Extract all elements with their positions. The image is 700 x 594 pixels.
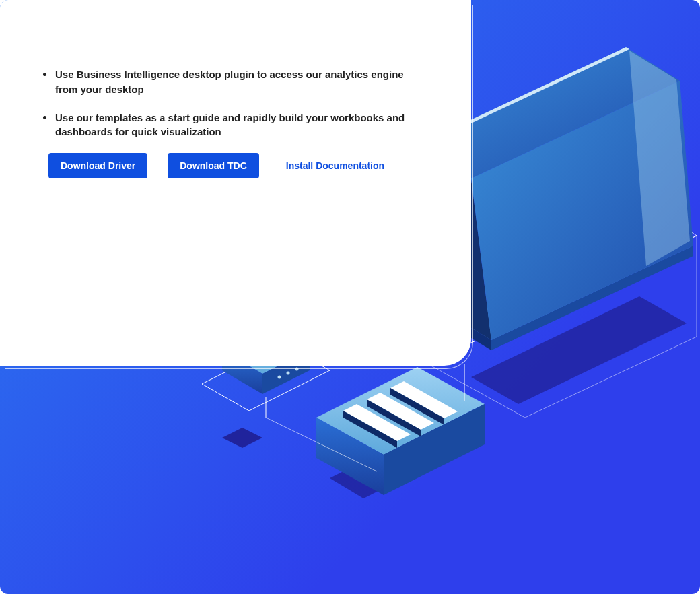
install-documentation-link[interactable]: Install Documentation <box>286 160 384 171</box>
page-canvas: Use Business Intelligence desktop plugin… <box>0 0 700 594</box>
svg-marker-9 <box>629 51 690 266</box>
svg-marker-17 <box>390 381 458 418</box>
svg-marker-18 <box>343 411 397 448</box>
content-area: Use Business Intelligence desktop plugin… <box>40 67 417 178</box>
svg-marker-32 <box>222 428 262 448</box>
actions-row: Download Driver Download TDC Install Doc… <box>40 153 417 178</box>
bullet-item: Use our templates as a start guide and r… <box>40 110 417 140</box>
svg-marker-0 <box>471 296 687 404</box>
svg-point-26 <box>287 372 290 375</box>
svg-marker-14 <box>384 404 485 495</box>
svg-point-27 <box>295 368 299 371</box>
svg-point-25 <box>278 376 281 379</box>
svg-marker-12 <box>316 367 485 455</box>
bullet-item: Use Business Intelligence desktop plugin… <box>40 67 417 97</box>
svg-marker-3 <box>458 226 693 340</box>
svg-marker-16 <box>367 393 434 430</box>
svg-marker-11 <box>330 418 485 498</box>
download-driver-button[interactable]: Download Driver <box>48 153 147 178</box>
svg-marker-20 <box>390 388 444 425</box>
svg-marker-15 <box>343 404 411 441</box>
svg-marker-13 <box>316 418 384 495</box>
svg-line-34 <box>266 418 377 471</box>
svg-marker-19 <box>367 399 421 436</box>
svg-marker-4 <box>491 246 693 350</box>
download-tdc-button[interactable]: Download TDC <box>168 153 259 178</box>
svg-marker-8 <box>471 81 693 340</box>
content-panel <box>0 0 471 366</box>
